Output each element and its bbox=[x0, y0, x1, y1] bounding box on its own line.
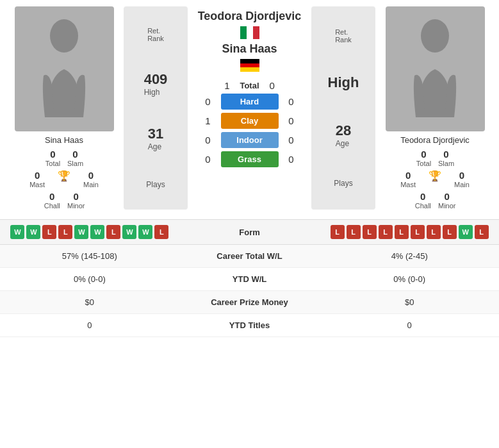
grass-row: 0 Grass 0 bbox=[199, 151, 300, 167]
p2-prize: $0 bbox=[329, 297, 489, 307]
player2-name: Teodora Djordjevic bbox=[400, 135, 470, 145]
p1-high-value: 409 bbox=[144, 71, 168, 88]
p1-age-label: Age bbox=[148, 142, 163, 151]
p1-high-label: High bbox=[144, 88, 168, 97]
clay-row: 1 Clay 0 bbox=[199, 113, 300, 129]
p1-form-badges: WWLLWWLWWL bbox=[10, 225, 170, 239]
total-p2-score: 0 bbox=[266, 80, 279, 91]
form-badge-l: L bbox=[363, 225, 377, 239]
player2-silhouette bbox=[409, 18, 461, 120]
prize-row: $0 Career Prize Money $0 bbox=[0, 291, 499, 314]
svg-point-0 bbox=[50, 19, 78, 53]
grass-p2: 0 bbox=[285, 154, 298, 165]
p2-plays-label: Plays bbox=[334, 179, 352, 188]
form-badge-w: W bbox=[74, 225, 88, 239]
p2-flag-row bbox=[240, 26, 259, 39]
clay-button[interactable]: Clay bbox=[221, 113, 279, 129]
form-badge-l: L bbox=[154, 225, 168, 239]
p1-flag-row bbox=[240, 59, 259, 72]
p1-minor: 0 bbox=[67, 191, 85, 202]
center-section: Teodora DjordjevicSina Haas 1 Total 0 0 … bbox=[193, 6, 306, 210]
form-badge-w: W bbox=[10, 225, 24, 239]
p1-rank-label: Rank bbox=[147, 35, 164, 42]
player1-rank-card: Ret. Rank 409 High 31 Age Plays bbox=[124, 6, 188, 210]
clay-p1: 1 bbox=[202, 115, 215, 126]
p1-minor-label: Minor bbox=[67, 202, 85, 210]
svg-point-1 bbox=[421, 19, 449, 53]
form-badge-l: L bbox=[475, 225, 489, 239]
p1-ytd-wl: 0% (0-0) bbox=[10, 274, 170, 284]
career-wl-label: Career Total W/L bbox=[170, 251, 330, 261]
form-badge-l: L bbox=[395, 225, 409, 239]
hard-button[interactable]: Hard bbox=[221, 94, 279, 110]
form-row: WWLLWWLWWL Form LLLLLLLLWL bbox=[0, 220, 499, 245]
p1-prize: $0 bbox=[10, 297, 170, 307]
player2-card: Teodora Djordjevic 0 Total 0 Slam 0 Mast… bbox=[380, 6, 489, 210]
form-badge-l: L bbox=[411, 225, 425, 239]
p2-career-wl: 4% (2-45) bbox=[329, 251, 489, 261]
total-label: Total bbox=[240, 81, 259, 90]
trophy-icon-p2: 🏆 bbox=[429, 170, 441, 182]
p1-total: 0 bbox=[45, 149, 61, 160]
hard-p2: 0 bbox=[285, 96, 298, 107]
p2-high-value: High bbox=[328, 74, 359, 91]
player1-name: Sina Haas bbox=[45, 135, 83, 145]
p1-age: 31 bbox=[148, 126, 163, 142]
p2-minor: 0 bbox=[438, 191, 456, 202]
p2-slam-label: Slam bbox=[438, 160, 454, 167]
total-row: 1 Total 0 bbox=[220, 80, 278, 91]
p2-total: 0 bbox=[416, 149, 432, 160]
indoor-p2: 0 bbox=[285, 135, 298, 145]
form-badge-l: L bbox=[106, 225, 120, 239]
p2-main-label: Main bbox=[454, 181, 470, 188]
p2-chall-label: Chall bbox=[414, 202, 432, 210]
player1-photo bbox=[15, 6, 114, 131]
indoor-row: 0 Indoor 0 bbox=[199, 132, 300, 148]
form-badge-w: W bbox=[26, 225, 40, 239]
bottom-section: WWLLWWLWWL Form LLLLLLLLWL 57% (145-108)… bbox=[0, 219, 499, 337]
p1-ytd-titles: 0 bbox=[10, 320, 170, 330]
p1-chall: 0 bbox=[43, 191, 61, 202]
form-label: Form bbox=[170, 228, 330, 237]
form-badge-l: L bbox=[347, 225, 361, 239]
p1-header-name: Sina Haas bbox=[222, 42, 277, 56]
career-total-row: 57% (145-108) Career Total W/L 4% (2-45) bbox=[0, 245, 499, 268]
player1-card: Sina Haas 0 Total 0 Slam 0 Mast 🏆 0 Main bbox=[10, 6, 119, 210]
indoor-button[interactable]: Indoor bbox=[221, 132, 279, 148]
p1-ret-label: Ret. bbox=[147, 27, 164, 35]
p1-flag bbox=[240, 59, 259, 72]
surface-rows: 0 Hard 0 1 Clay 0 0 Indoor 0 0 Grass 0 bbox=[193, 94, 306, 167]
form-badge-w: W bbox=[122, 225, 136, 239]
p2-age: 28 bbox=[336, 122, 351, 139]
indoor-p1: 0 bbox=[202, 135, 215, 145]
hard-row: 0 Hard 0 bbox=[199, 94, 300, 110]
clay-p2: 0 bbox=[285, 115, 298, 126]
p1-chall-label: Chall bbox=[43, 202, 61, 210]
form-badge-w: W bbox=[138, 225, 152, 239]
p2-rank-label: Rank bbox=[335, 36, 352, 44]
grass-button[interactable]: Grass bbox=[221, 151, 279, 167]
form-badge-w: W bbox=[459, 225, 473, 239]
ytd-titles-label: YTD Titles bbox=[170, 320, 330, 330]
p1-mast: 0 bbox=[35, 170, 40, 181]
p2-slam: 0 bbox=[438, 149, 454, 160]
p1-plays-label: Plays bbox=[146, 180, 165, 189]
form-badge-l: L bbox=[379, 225, 393, 239]
p1-career-wl: 57% (145-108) bbox=[10, 251, 170, 261]
form-badge-l: L bbox=[331, 225, 345, 239]
p2-ytd-wl: 0% (0-0) bbox=[329, 274, 489, 284]
player2-rank-card: Ret. Rank High 28 Age Plays bbox=[311, 6, 375, 210]
grass-p1: 0 bbox=[202, 154, 215, 165]
p1-slam-label: Slam bbox=[67, 160, 83, 167]
p2-ytd-titles: 0 bbox=[329, 320, 489, 330]
prize-label: Career Prize Money bbox=[170, 297, 330, 307]
p2-mast-label: Mast bbox=[400, 181, 416, 188]
p2-flag bbox=[240, 26, 259, 39]
ytd-wl-row: 0% (0-0) YTD W/L 0% (0-0) bbox=[0, 268, 499, 291]
p1-slam: 0 bbox=[67, 149, 83, 160]
p1-main-label: Main bbox=[83, 181, 99, 188]
ytd-titles-row: 0 YTD Titles 0 bbox=[0, 314, 499, 337]
form-badge-l: L bbox=[42, 225, 56, 239]
p2-form-badges: LLLLLLLLWL bbox=[329, 225, 489, 239]
p2-total-label: Total bbox=[416, 160, 432, 167]
